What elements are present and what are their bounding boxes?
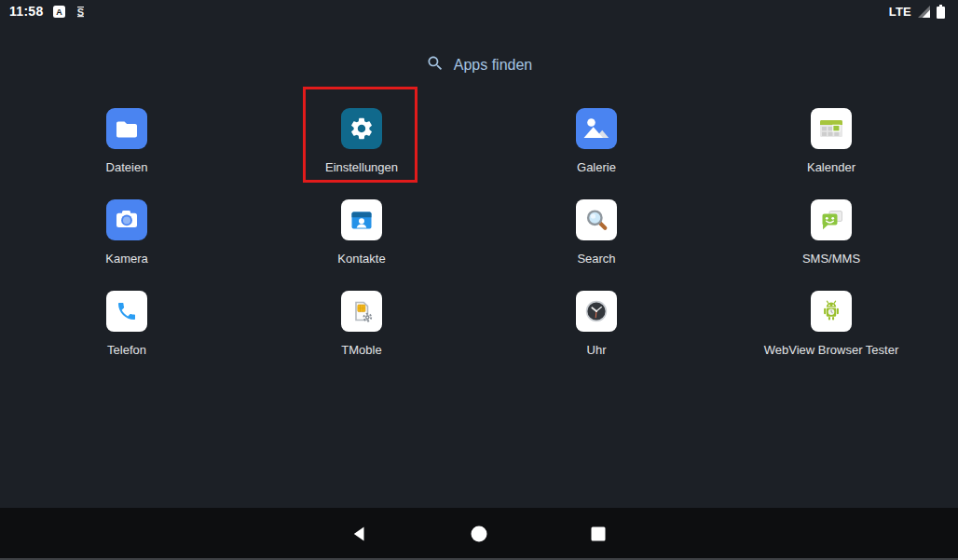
app-uhr[interactable]: Uhr	[479, 291, 714, 382]
app-dateien[interactable]: Dateien	[9, 108, 244, 199]
search-icon	[426, 54, 445, 76]
battery-icon	[937, 5, 945, 19]
back-triangle-icon	[351, 526, 368, 542]
messaging-icon	[811, 199, 852, 240]
clock-time: 11:58	[9, 4, 44, 19]
navigation-bar	[0, 508, 958, 560]
status-bar-left: 11:58 A S	[9, 4, 87, 19]
svg-text:S: S	[76, 6, 83, 17]
s-notification-icon: S	[75, 6, 87, 18]
svg-text:A: A	[56, 7, 62, 17]
calendar-icon	[811, 108, 852, 149]
app-label: Search	[577, 252, 615, 266]
apps-search-bar[interactable]: Apps finden	[0, 52, 958, 78]
app-label: Einstellungen	[325, 160, 398, 174]
recents-button[interactable]	[580, 515, 617, 553]
app-galerie[interactable]: Galerie	[479, 108, 714, 199]
app-kontakte[interactable]: Kontakte	[244, 199, 479, 291]
settings-gear-icon	[341, 108, 382, 149]
back-button[interactable]	[341, 515, 378, 553]
app-label: Kamera	[105, 252, 148, 266]
clock-icon	[576, 291, 617, 332]
app-label: Uhr	[587, 343, 607, 357]
app-label: Telefon	[107, 343, 146, 357]
app-kalender[interactable]: Kalender	[714, 108, 949, 199]
phone-icon	[106, 291, 147, 332]
app-label: SMS/MMS	[802, 252, 860, 266]
search-placeholder: Apps finden	[454, 57, 533, 74]
app-tmoble[interactable]: TMoble	[244, 291, 479, 382]
status-bar-right: LTE	[889, 5, 949, 19]
android-app-drawer-screen: 11:58 A S LTE Apps finden	[0, 0, 958, 560]
gallery-icon	[576, 108, 617, 149]
recents-square-icon	[591, 526, 606, 541]
app-label: TMoble	[341, 343, 381, 357]
app-label: Galerie	[577, 160, 616, 174]
camera-icon	[106, 199, 147, 240]
magnifier-icon	[576, 199, 617, 240]
home-circle-icon	[471, 526, 487, 542]
app-label: Kalender	[807, 160, 855, 174]
app-label: Kontakte	[337, 252, 385, 266]
files-icon	[106, 108, 147, 149]
app-label: Dateien	[106, 160, 148, 174]
app-grid: Dateien Einstellungen Galerie Kalender K…	[9, 108, 949, 382]
app-telefon[interactable]: Telefon	[9, 291, 244, 382]
home-button[interactable]	[460, 515, 498, 553]
app-label: WebView Browser Tester	[764, 343, 899, 357]
contacts-icon	[341, 199, 382, 240]
signal-strength-icon	[917, 5, 931, 19]
app-webview-browser-tester[interactable]: WebView Browser Tester	[714, 291, 949, 382]
sim-card-icon	[341, 291, 382, 332]
a-notification-icon: A	[53, 6, 65, 18]
app-kamera[interactable]: Kamera	[9, 199, 244, 291]
app-sms-mms[interactable]: SMS/MMS	[714, 199, 949, 291]
network-type-label: LTE	[889, 5, 911, 19]
app-search[interactable]: Search	[479, 199, 714, 291]
android-robot-icon	[811, 291, 852, 332]
status-bar: 11:58 A S LTE	[0, 0, 958, 22]
app-einstellungen[interactable]: Einstellungen	[244, 108, 479, 199]
